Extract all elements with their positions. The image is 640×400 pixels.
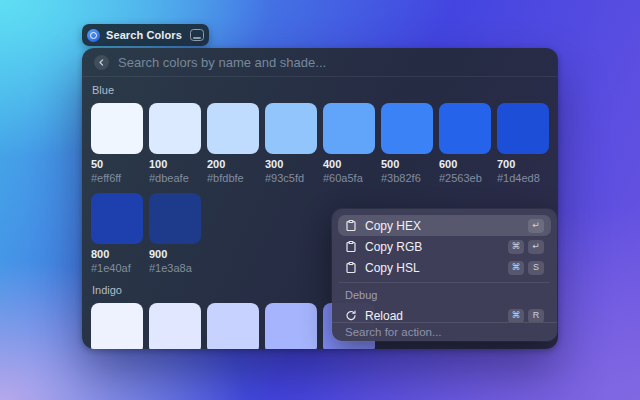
color-swatch-cell[interactable]: 400 #60a5fa — [323, 103, 375, 185]
clipboard-icon — [345, 240, 357, 253]
color-swatch-cell[interactable] — [265, 303, 317, 349]
color-swatch[interactable] — [265, 103, 317, 154]
search-bar — [82, 48, 558, 77]
color-swatch-cell[interactable]: 700 #1d4ed8 — [497, 103, 549, 185]
color-swatch-cell[interactable]: 600 #2563eb — [439, 103, 491, 185]
clipboard-icon — [345, 219, 357, 232]
color-swatch-cell[interactable] — [91, 303, 143, 349]
r-keycap: R — [528, 309, 544, 323]
shortcut-keys: ⌘ S — [508, 261, 544, 275]
command-keycap: ⌘ — [508, 309, 524, 323]
swatch-shade-label: 400 — [323, 158, 375, 171]
swatch-shade-label: 500 — [381, 158, 433, 171]
menu-item-label: Copy HEX — [365, 219, 520, 233]
shortcut-keys: ⌘ ↵ — [508, 240, 544, 254]
swatch-hex-label: #2563eb — [439, 172, 491, 185]
swatch-shade-label: 200 — [207, 158, 259, 171]
color-swatch[interactable] — [91, 303, 143, 349]
swatch-hex-label: #3b82f6 — [381, 172, 433, 185]
swatch-shade-label: 300 — [265, 158, 317, 171]
swatch-hex-label: #1d4ed8 — [497, 172, 549, 185]
color-swatch-cell[interactable]: 100 #dbeafe — [149, 103, 201, 185]
color-swatch[interactable] — [323, 103, 375, 154]
swatch-shade-label: 800 — [91, 248, 143, 261]
color-swatch[interactable] — [149, 303, 201, 349]
swatch-shade-label: 600 — [439, 158, 491, 171]
return-keycap: ↵ — [528, 240, 544, 254]
command-keycap: ⌘ — [508, 261, 524, 275]
section-title: Blue — [92, 84, 549, 97]
s-keycap: S — [528, 261, 544, 275]
launcher-pill-label: Search Colors — [106, 29, 182, 41]
menu-divider — [339, 282, 550, 283]
swatch-hex-label: #bfdbfe — [207, 172, 259, 185]
return-keycap: ↵ — [528, 219, 544, 233]
clipboard-icon — [345, 261, 357, 274]
color-swatch[interactable] — [265, 303, 317, 349]
hotkey-keycap-icon[interactable] — [190, 29, 204, 41]
desktop-background: Search Colors Blue 50 #eff6ff — [0, 0, 640, 400]
menu-item-reload[interactable]: Reload ⌘ R — [338, 305, 551, 322]
color-swatch[interactable] — [207, 103, 259, 154]
command-keycap: ⌘ — [508, 240, 524, 254]
search-colors-window: Blue 50 #eff6ff 100 #dbeafe 200 — [82, 48, 558, 349]
color-swatch-cell[interactable]: 50 #eff6ff — [91, 103, 143, 185]
launcher-pill[interactable]: Search Colors — [82, 24, 209, 46]
swatch-shade-label: 100 — [149, 158, 201, 171]
color-swatch[interactable] — [149, 193, 201, 244]
color-swatch[interactable] — [439, 103, 491, 154]
color-swatch-cell[interactable]: 800 #1e40af — [91, 193, 143, 275]
swatch-shade-label: 50 — [91, 158, 143, 171]
action-menu-rows: Copy HEX ↵ Copy RGB ⌘ ↵ — [332, 209, 557, 322]
menu-item-copy-hex[interactable]: Copy HEX ↵ — [338, 215, 551, 236]
menu-item-label: Copy RGB — [365, 240, 500, 254]
menu-item-copy-hsl[interactable]: Copy HSL ⌘ S — [338, 257, 551, 278]
swatch-hex-label: #1e3a8a — [149, 262, 201, 275]
swatch-shade-label: 700 — [497, 158, 549, 171]
color-swatch[interactable] — [497, 103, 549, 154]
action-menu: Copy HEX ↵ Copy RGB ⌘ ↵ — [332, 209, 557, 341]
color-swatch-cell[interactable]: 500 #3b82f6 — [381, 103, 433, 185]
menu-item-label: Reload — [365, 309, 500, 323]
menu-section-debug: Debug — [345, 289, 544, 301]
swatch-hex-label: #dbeafe — [149, 172, 201, 185]
chevron-left-icon — [97, 58, 106, 67]
color-swatch[interactable] — [91, 103, 143, 154]
swatch-hex-label: #eff6ff — [91, 172, 143, 185]
extension-icon — [87, 29, 100, 42]
color-swatch[interactable] — [149, 103, 201, 154]
action-search-input[interactable]: Search for action... — [332, 322, 557, 341]
color-swatch[interactable] — [207, 303, 259, 349]
color-swatch-cell[interactable]: 900 #1e3a8a — [149, 193, 201, 275]
reload-icon — [345, 309, 357, 322]
shortcut-keys: ⌘ R — [508, 309, 544, 323]
menu-item-copy-rgb[interactable]: Copy RGB ⌘ ↵ — [338, 236, 551, 257]
search-input[interactable] — [118, 55, 546, 70]
swatch-shade-label: 900 — [149, 248, 201, 261]
color-swatch[interactable] — [381, 103, 433, 154]
color-swatch-cell[interactable] — [207, 303, 259, 349]
shortcut-keys: ↵ — [528, 219, 544, 233]
swatch-hex-label: #93c5fd — [265, 172, 317, 185]
back-button[interactable] — [94, 55, 109, 70]
color-swatch-cell[interactable] — [149, 303, 201, 349]
color-swatch[interactable] — [91, 193, 143, 244]
menu-item-label: Copy HSL — [365, 261, 500, 275]
color-swatch-cell[interactable]: 200 #bfdbfe — [207, 103, 259, 185]
color-swatch-cell[interactable]: 300 #93c5fd — [265, 103, 317, 185]
swatch-hex-label: #60a5fa — [323, 172, 375, 185]
swatch-hex-label: #1e40af — [91, 262, 143, 275]
